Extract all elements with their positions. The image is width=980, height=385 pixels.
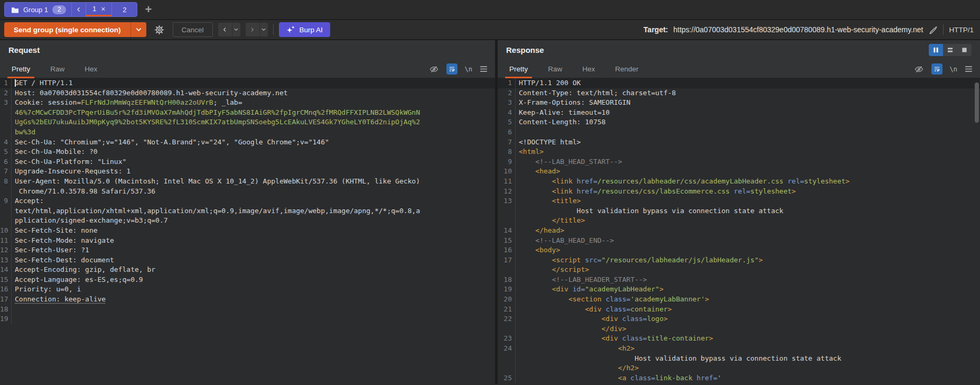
word-wrap-toggle[interactable] (446, 63, 458, 75)
line-number: 2 (0, 88, 12, 98)
tab-render[interactable]: Render (612, 65, 641, 78)
code-text: Cookie: session=FLFrNdJnMmWqzEEFWNtQrH00… (12, 98, 242, 108)
line-number: 17 (498, 255, 516, 265)
tab-scroll-left-button[interactable] (71, 3, 86, 16)
back-button[interactable] (218, 23, 232, 36)
code-line: 2Host: 0a07003d031554cf80329e0d00780089.… (0, 88, 495, 98)
code-line: 10Sec-Fetch-Site: none (0, 226, 495, 236)
response-scrollbar-thumb[interactable] (975, 82, 979, 123)
line-number: 25 (498, 373, 516, 383)
line-number: 19 (0, 314, 12, 324)
code-line: 17 <script src="/resources/labheader/js/… (498, 255, 980, 265)
tab-label: 2 (123, 6, 126, 14)
cancel-button[interactable]: Cancel (173, 22, 213, 37)
code-line: 12Sec-Fetch-User: ?1 (0, 245, 495, 255)
code-line: UgGs%2bEU7ukuAuibJM0pKyq9%2bot5KYSRE%2fL… (0, 117, 495, 127)
code-line: 13Sec-Fetch-Dest: document (0, 255, 495, 265)
line-number: 12 (0, 245, 12, 255)
line-number (498, 324, 516, 334)
code-text: Sec-Fetch-Mode: navigate (12, 236, 114, 246)
burp-ai-label: Burp AI (300, 26, 323, 34)
show-newlines-toggle[interactable]: \n (465, 66, 472, 73)
wrap-lines-icon (934, 66, 940, 72)
layout-rows-button[interactable] (943, 44, 957, 56)
editor-menu-icon[interactable] (480, 66, 488, 72)
code-line: text/html,application/xhtml+xml,applicat… (0, 206, 495, 216)
response-panel-title: Response (506, 45, 544, 54)
tab-hex[interactable]: Hex (579, 65, 598, 78)
code-text: <title> (516, 196, 581, 206)
code-text: Priority: u=0, i (12, 285, 81, 295)
toolbar-separator (943, 24, 944, 35)
line-number: 21 (498, 305, 516, 315)
tab-group[interactable]: Group 1 2 1 × 2 (4, 2, 137, 17)
close-tab-icon[interactable]: × (101, 5, 105, 13)
line-number: 4 (0, 138, 12, 148)
request-tab-1[interactable]: 1 × (86, 3, 111, 16)
layout-columns-button[interactable] (929, 44, 943, 56)
tab-pretty[interactable]: Pretty (8, 65, 33, 78)
code-text: <script src="/resources/labheader/js/lab… (516, 255, 763, 265)
target-label: Target: (643, 25, 668, 34)
line-number: 15 (0, 275, 12, 285)
code-line: 19 (0, 314, 495, 324)
back-history-dropdown[interactable] (232, 23, 240, 36)
code-text: X-Frame-Options: SAMEORIGIN (516, 98, 630, 108)
line-number: 6 (0, 157, 12, 167)
tab-hex[interactable]: Hex (81, 65, 100, 78)
history-back-group[interactable] (218, 23, 240, 36)
line-number (498, 265, 516, 275)
line-number (498, 206, 516, 216)
edit-target-pencil-icon[interactable] (928, 25, 938, 34)
line-number: 23 (498, 334, 516, 344)
response-editor[interactable]: 1HTTP/1.1 200 OK2Content-Type: text/html… (498, 78, 980, 384)
code-line: 7<!DOCTYPE html> (498, 138, 980, 148)
send-options-dropdown[interactable] (130, 22, 146, 37)
layout-single-button[interactable] (957, 44, 972, 56)
tab-group-header[interactable]: Group 1 2 (5, 3, 71, 16)
code-line: 4Keep-Alive: timeout=10 (498, 108, 980, 118)
code-text: Content-Length: 10758 (516, 117, 605, 127)
code-text: UgGs%2bEU7ukuAuibJM0pKyq9%2bot5KYSRE%2fL… (12, 117, 420, 127)
word-wrap-toggle[interactable] (931, 63, 942, 75)
send-group-label[interactable]: Send group (single connection) (4, 22, 130, 37)
code-line: 5Sec-Ch-Ua-Mobile: ?0 (0, 147, 495, 157)
code-line: 7Upgrade-Insecure-Requests: 1 (0, 167, 495, 177)
code-line: </div> (498, 324, 980, 334)
code-text: Host: 0a07003d031554cf80329e0d00780089.h… (12, 88, 288, 98)
hide-nonprintable-icon[interactable] (429, 65, 439, 74)
line-number: 13 (498, 196, 516, 206)
history-forward-group[interactable] (246, 23, 268, 36)
code-text: Sec-Ch-Ua: "Chromium";v="146", "Not-A.Br… (12, 138, 329, 148)
request-settings-button[interactable] (152, 22, 167, 37)
code-text: </h2> (516, 363, 639, 373)
editor-menu-icon[interactable] (965, 66, 973, 72)
tab-raw[interactable]: Raw (47, 65, 68, 78)
show-newlines-toggle[interactable]: \n (950, 66, 957, 73)
forward-button[interactable] (246, 23, 259, 36)
code-text: <div id="academyLabHeader"> (516, 285, 664, 295)
code-line: 16 <body> (498, 245, 980, 255)
line-number: 8 (498, 147, 516, 157)
tab-pretty[interactable]: Pretty (506, 65, 531, 78)
code-text: <!--LAB_HEAD_START--> (516, 157, 622, 167)
code-text: <div class=logo> (516, 314, 668, 324)
tab-group-label: Group 1 (23, 6, 48, 14)
burp-ai-button[interactable]: Burp AI (279, 22, 330, 37)
line-number: 22 (498, 314, 516, 324)
tab-raw[interactable]: Raw (545, 65, 565, 78)
send-group-button[interactable]: Send group (single connection) (4, 22, 146, 37)
request-editor[interactable]: 1GET / HTTP/1.12Host: 0a07003d031554cf80… (0, 78, 495, 384)
http-version-selector[interactable]: HTTP/1 (949, 26, 974, 34)
code-line: 16Priority: u=0, i (0, 285, 495, 295)
forward-history-dropdown[interactable] (259, 23, 268, 36)
layout-toggle-group (929, 44, 972, 56)
code-line: 11Sec-Fetch-Mode: navigate (0, 236, 495, 246)
hide-nonprintable-icon[interactable] (914, 65, 924, 74)
add-tab-button[interactable]: + (145, 4, 152, 15)
gear-icon (154, 25, 164, 35)
code-line: 20 <section class='academyLabBanner'> (498, 295, 980, 305)
request-tab-2[interactable]: 2 (111, 3, 137, 16)
code-text: Accept-Encoding: gzip, deflate, br (12, 265, 155, 275)
code-line: 8<html> (498, 147, 980, 157)
